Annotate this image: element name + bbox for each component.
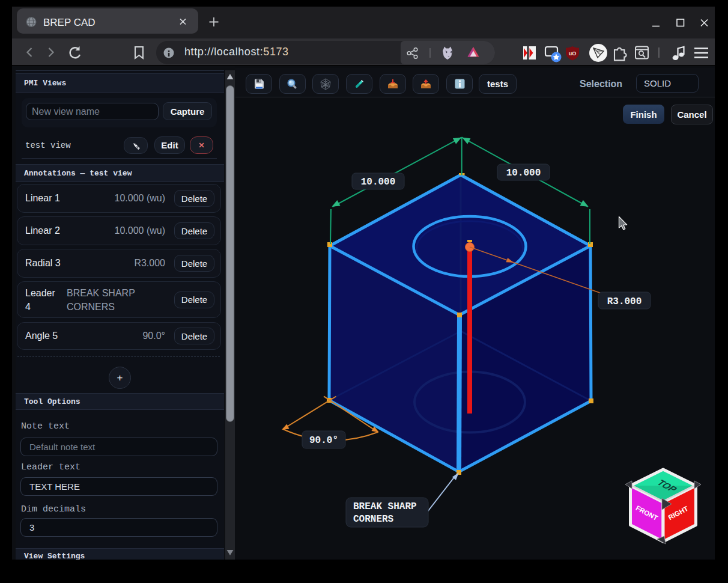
svg-text:10.000: 10.000 [361,177,396,188]
svg-text:CORNERS: CORNERS [353,514,394,525]
svg-text:BREAK SHARP: BREAK SHARP [353,501,417,512]
svg-text:R3.000: R3.000 [607,296,642,307]
svg-text:90.0°: 90.0° [309,435,338,446]
svg-text:uO: uO [569,50,577,56]
svg-text:10.000: 10.000 [506,168,541,179]
